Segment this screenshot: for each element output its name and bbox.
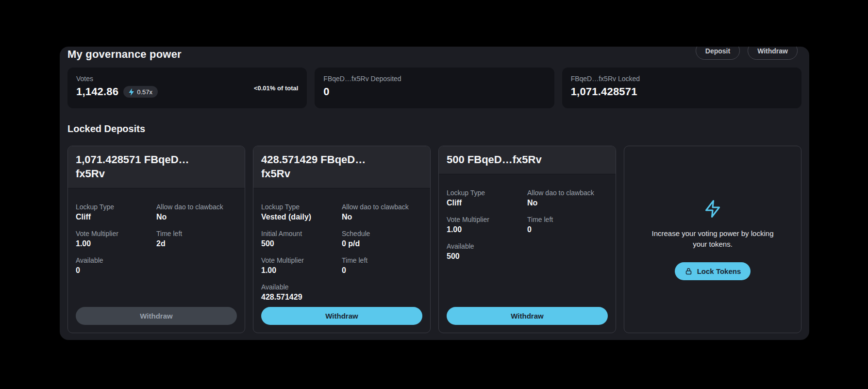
deposit-card-header: 500 FBqeD…​fx5Rv <box>439 146 616 174</box>
field-lockup-type: Lockup Type Vested (daily) <box>261 203 342 221</box>
votes-value: 1,142.86 <box>76 85 118 98</box>
withdraw-deposit-button[interactable]: Withdraw <box>76 307 237 325</box>
page-title: My governance power <box>67 48 182 61</box>
withdraw-deposit-button[interactable]: Withdraw <box>447 307 608 325</box>
stat-card-locked: FBqeD…​fx5Rv Locked 1,071.428571 <box>562 68 801 108</box>
lock-icon <box>684 267 693 275</box>
deposit-card: 428.571429 FBqeD…​fx5Rv Lockup Type Vest… <box>253 146 431 333</box>
deposit-title: 500 FBqeD…​fx5Rv <box>447 152 569 167</box>
lock-tokens-button[interactable]: Lock Tokens <box>675 262 751 280</box>
stats-row: Votes 1,142.86 0.57x <0.01% of total FBq… <box>67 68 801 108</box>
lock-tokens-promo-card: Increase your voting power by locking yo… <box>624 146 801 333</box>
field-available: Available 500 <box>447 242 527 261</box>
deposit-card-header: 428.571429 FBqeD…​fx5Rv <box>253 146 430 188</box>
field-time-left: Time left 2d <box>156 230 237 248</box>
lock-tokens-label: Lock Tokens <box>697 267 741 275</box>
deposit-card: 500 FBqeD…​fx5Rv Lockup Type Cliff Allow… <box>438 146 616 333</box>
deposit-card-header: 1,071.428571 FBqeD…​fx5Rv <box>68 146 245 188</box>
promo-message: Increase your voting power by locking yo… <box>648 228 777 250</box>
withdraw-button[interactable]: Withdraw <box>748 47 798 60</box>
field-clawback: Allow dao to clawback No <box>156 203 237 221</box>
field-vote-multiplier: Vote Multiplier 1.00 <box>261 256 342 275</box>
deposit-button[interactable]: Deposit <box>696 47 740 60</box>
deposits-row: 1,071.428571 FBqeD…​fx5Rv Lockup Type Cl… <box>67 146 801 333</box>
field-clawback: Allow dao to clawback No <box>527 189 608 207</box>
bolt-icon <box>129 88 134 96</box>
deposit-card-body: Lockup Type Cliff Allow dao to clawback … <box>68 188 245 283</box>
field-available: Available 428.571429 <box>261 283 342 302</box>
multiplier-badge: 0.57x <box>123 86 158 98</box>
field-available: Available 0 <box>76 256 156 275</box>
multiplier-value: 0.57x <box>137 88 152 96</box>
deposit-card: 1,071.428571 FBqeD…​fx5Rv Lockup Type Cl… <box>67 146 245 333</box>
header-actions: Deposit Withdraw <box>696 47 798 60</box>
field-initial-amount: Initial Amount 500 <box>261 230 342 248</box>
locked-value: 1,071.428571 <box>571 85 637 98</box>
field-schedule: Schedule 0 p/d <box>342 230 422 248</box>
deposit-card-body: Lockup Type Cliff Allow dao to clawback … <box>439 174 616 269</box>
stat-card-deposited: FBqeD…​fx5Rv Deposited 0 <box>315 68 554 108</box>
main-panel: My governance power Deposit Withdraw Vot… <box>60 47 809 340</box>
field-vote-multiplier: Vote Multiplier 1.00 <box>447 216 527 234</box>
stat-label: Votes <box>76 75 298 83</box>
field-time-left: Time left 0 <box>527 216 608 234</box>
percent-of-total: <0.01% of total <box>254 85 298 92</box>
field-time-left: Time left 0 <box>342 256 422 275</box>
field-clawback: Allow dao to clawback No <box>342 203 422 221</box>
deposit-title: 1,071.428571 FBqeD…​fx5Rv <box>76 152 198 181</box>
stat-label: FBqeD…​fx5Rv Locked <box>571 75 793 83</box>
stat-label: FBqeD…​fx5Rv Deposited <box>323 75 545 83</box>
withdraw-deposit-button[interactable]: Withdraw <box>261 307 422 325</box>
field-vote-multiplier: Vote Multiplier 1.00 <box>76 230 156 248</box>
deposit-title: 428.571429 FBqeD…​fx5Rv <box>261 152 384 181</box>
deposited-value: 0 <box>323 85 329 98</box>
bolt-icon <box>704 199 721 219</box>
locked-deposits-heading: Locked Deposits <box>67 123 145 135</box>
field-lockup-type: Lockup Type Cliff <box>76 203 156 221</box>
stat-card-votes: Votes 1,142.86 0.57x <0.01% of total <box>67 68 307 108</box>
field-lockup-type: Lockup Type Cliff <box>447 189 527 207</box>
deposit-card-body: Lockup Type Vested (daily) Allow dao to … <box>253 188 430 309</box>
